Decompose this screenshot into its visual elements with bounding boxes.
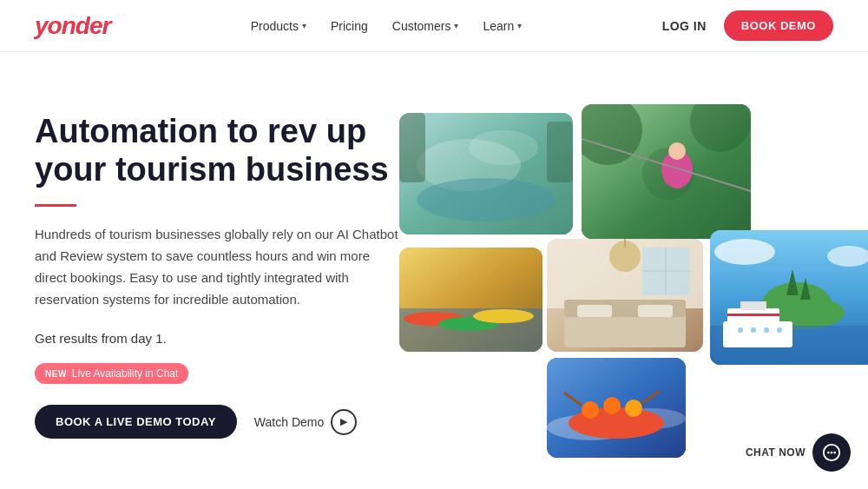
chat-widget[interactable]: CHAT NOW xyxy=(746,433,851,472)
play-icon: ▶ xyxy=(331,409,357,435)
svg-point-7 xyxy=(582,104,642,165)
nav-learn[interactable]: Learn ▾ xyxy=(483,19,522,33)
svg-rect-40 xyxy=(727,314,779,316)
svg-rect-19 xyxy=(547,239,703,308)
book-demo-button[interactable]: BOOK A LIVE DEMO TODAY xyxy=(35,405,237,439)
svg-point-8 xyxy=(690,104,751,152)
watch-demo-label: Watch Demo xyxy=(254,415,324,429)
navbar: yonder Products ▾ Pricing Customers ▾ Le… xyxy=(0,0,868,52)
login-button[interactable]: LOG IN xyxy=(662,19,707,33)
svg-rect-22 xyxy=(577,305,612,317)
svg-point-11 xyxy=(668,142,686,160)
tourism-image-zipline xyxy=(582,104,751,239)
svg-point-15 xyxy=(404,312,464,326)
nav-customers[interactable]: Customers ▾ xyxy=(392,19,459,33)
nav-book-demo-button[interactable]: BOOK DEMO xyxy=(724,10,833,41)
svg-point-17 xyxy=(473,309,534,323)
nav-right: LOG IN BOOK DEMO xyxy=(662,10,833,41)
nav-pricing[interactable]: Pricing xyxy=(331,19,368,33)
hero-left: Automation to rev up your tourism busine… xyxy=(35,104,399,439)
svg-point-43 xyxy=(764,327,769,333)
tourism-image-spa xyxy=(399,113,573,235)
hero-actions: BOOK A LIVE DEMO TODAY Watch Demo ▶ xyxy=(35,405,399,439)
tourism-image-rafting xyxy=(547,358,686,458)
chevron-down-icon: ▾ xyxy=(302,21,306,30)
svg-point-16 xyxy=(438,317,499,331)
hero-get-results: Get results from day 1. xyxy=(35,331,399,346)
svg-point-42 xyxy=(751,327,756,333)
chevron-down-icon: ▾ xyxy=(517,21,522,30)
svg-marker-34 xyxy=(786,269,799,295)
svg-rect-23 xyxy=(638,305,673,317)
svg-rect-14 xyxy=(399,308,542,352)
svg-point-2 xyxy=(469,130,538,165)
nav-products[interactable]: Products ▾ xyxy=(251,19,306,33)
svg-rect-45 xyxy=(547,358,686,458)
new-feature-badge[interactable]: NEW Live Availability in Chat xyxy=(35,363,188,384)
svg-rect-29 xyxy=(710,230,868,365)
svg-line-52 xyxy=(564,393,582,406)
hero-divider xyxy=(35,204,76,207)
svg-point-51 xyxy=(625,400,642,417)
svg-point-48 xyxy=(569,407,664,439)
svg-rect-26 xyxy=(642,248,690,295)
svg-rect-5 xyxy=(547,122,573,182)
chat-icon[interactable] xyxy=(812,433,851,472)
svg-point-10 xyxy=(661,150,693,188)
svg-rect-21 xyxy=(564,300,686,317)
logo[interactable]: yonder xyxy=(35,12,110,40)
svg-point-50 xyxy=(603,397,621,414)
watch-demo-link[interactable]: Watch Demo ▶ xyxy=(254,409,357,435)
svg-rect-36 xyxy=(710,326,868,365)
svg-point-60 xyxy=(827,452,830,454)
svg-point-44 xyxy=(777,327,782,333)
svg-rect-20 xyxy=(564,300,686,347)
badge-feature-text: Live Availability in Chat xyxy=(72,367,179,380)
svg-rect-13 xyxy=(399,248,542,352)
hero-title: Automation to rev up your tourism busine… xyxy=(35,113,399,188)
svg-point-32 xyxy=(749,295,845,330)
svg-point-31 xyxy=(827,246,868,267)
svg-point-3 xyxy=(417,178,556,221)
svg-point-1 xyxy=(417,139,521,191)
svg-rect-39 xyxy=(740,301,766,310)
svg-point-49 xyxy=(582,401,599,419)
svg-rect-0 xyxy=(399,113,573,235)
svg-point-33 xyxy=(762,282,832,326)
svg-point-24 xyxy=(609,241,641,272)
svg-rect-6 xyxy=(582,104,751,239)
svg-line-53 xyxy=(642,391,660,403)
nav-links: Products ▾ Pricing Customers ▾ Learn ▾ xyxy=(251,19,523,33)
svg-rect-18 xyxy=(547,239,703,352)
tourism-image-room xyxy=(547,239,703,352)
svg-point-61 xyxy=(831,452,833,454)
svg-point-9 xyxy=(642,148,694,200)
svg-point-62 xyxy=(833,452,836,454)
hero-description: Hundreds of tourism businesses globally … xyxy=(35,224,399,310)
svg-rect-38 xyxy=(727,308,779,324)
svg-line-12 xyxy=(582,139,751,191)
badge-new-label: NEW xyxy=(45,369,67,379)
tourism-image-island xyxy=(710,230,868,365)
chat-label: CHAT NOW xyxy=(746,446,806,459)
svg-rect-37 xyxy=(723,321,792,347)
svg-point-41 xyxy=(738,327,743,333)
svg-rect-4 xyxy=(399,113,425,182)
svg-marker-35 xyxy=(800,278,811,300)
chevron-down-icon: ▾ xyxy=(454,21,458,30)
svg-point-47 xyxy=(616,408,686,429)
svg-point-46 xyxy=(547,414,634,440)
svg-point-30 xyxy=(714,239,775,265)
tourism-image-kayak xyxy=(399,248,542,352)
hero-images xyxy=(399,104,833,434)
hero-section: Automation to rev up your tourism busine… xyxy=(0,52,868,489)
